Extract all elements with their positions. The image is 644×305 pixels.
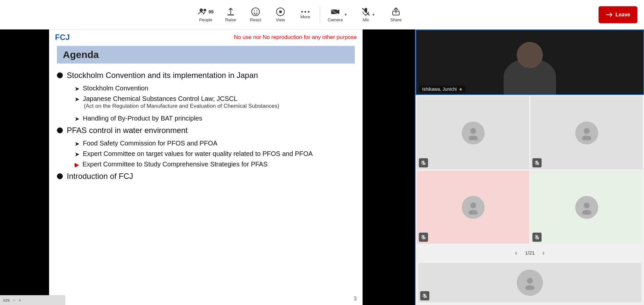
mute-badge-1 bbox=[419, 158, 428, 167]
mic-icon bbox=[361, 7, 370, 16]
svg-point-10 bbox=[308, 11, 309, 12]
active-speaker-video: Ishikawa, Junichi ★ bbox=[416, 29, 644, 95]
svg-point-26 bbox=[469, 210, 478, 215]
participant-cell-2 bbox=[530, 96, 643, 169]
sub-item-1-2: ➤ Japanese Chemical Substances Control L… bbox=[75, 95, 355, 112]
slide-notice: No use nor No reproduction for any other… bbox=[234, 34, 357, 41]
presenter-star-icon: ★ bbox=[459, 87, 463, 92]
sub-list-1: ➤ Stockholm Convention ➤ Japanese Chemic… bbox=[75, 85, 355, 123]
slide-left-margin bbox=[0, 29, 49, 305]
agenda-list: Stockholm Convention and its implementat… bbox=[57, 71, 355, 181]
bottom-participant-area bbox=[416, 260, 644, 305]
participant-avatar-4 bbox=[575, 196, 598, 219]
svg-rect-31 bbox=[536, 235, 538, 238]
participant-avatar-2 bbox=[575, 122, 598, 144]
svg-point-9 bbox=[304, 11, 306, 12]
more-button[interactable]: More bbox=[294, 3, 317, 27]
share-button[interactable]: Share bbox=[384, 3, 408, 27]
pagination-bar: ‹ 1/21 › bbox=[416, 245, 644, 260]
bullet-2-text: PFAS control in water environment bbox=[67, 126, 188, 135]
svg-point-17 bbox=[470, 128, 476, 134]
active-speaker-name: Ishikawa, Junichi ★ bbox=[420, 86, 465, 92]
sub-item-2-1: ➤ Food Safety Commission for PFOS and PF… bbox=[75, 140, 355, 147]
arrow-1-2: ➤ bbox=[75, 96, 80, 103]
participant-avatar-3 bbox=[462, 196, 485, 219]
participant-avatar-1 bbox=[462, 122, 485, 144]
svg-point-7 bbox=[279, 10, 282, 13]
agenda-item-1: Stockholm Convention and its implementat… bbox=[57, 71, 355, 80]
participant-grid bbox=[416, 95, 644, 245]
camera-icon bbox=[331, 7, 340, 16]
sub-text-1-1: Stockholm Convention bbox=[83, 85, 148, 92]
participant-cell-1 bbox=[417, 96, 529, 169]
view-icon bbox=[276, 7, 285, 16]
svg-point-22 bbox=[582, 136, 591, 140]
svg-point-1 bbox=[204, 9, 206, 11]
svg-rect-19 bbox=[422, 161, 424, 164]
participant-cell-4 bbox=[530, 171, 643, 244]
raise-icon bbox=[226, 7, 235, 16]
more-label: More bbox=[300, 14, 310, 19]
sub-item-1-1: ➤ Stockholm Convention bbox=[75, 85, 355, 92]
mic-button[interactable]: Mic ▾ bbox=[353, 3, 383, 27]
bullet-3-circle bbox=[57, 173, 63, 179]
slide-header: FCJ No use nor No reproduction for any o… bbox=[49, 29, 363, 44]
svg-point-18 bbox=[469, 136, 478, 140]
slide-content: FCJ No use nor No reproduction for any o… bbox=[49, 29, 363, 305]
agenda-bar: Agenda bbox=[57, 46, 355, 64]
toolbar-right: Leave bbox=[595, 6, 637, 23]
video-feed bbox=[416, 30, 643, 94]
sub-text-1-2b: (Act on the Regulation of Manufacture an… bbox=[84, 103, 279, 109]
toolbar-center-controls: 99 People Raise React View bbox=[194, 3, 408, 27]
agenda-item-3: Introduction of FCJ bbox=[57, 172, 355, 181]
taskbar-label: ichi bbox=[3, 298, 10, 303]
main-area: FCJ No use nor No reproduction for any o… bbox=[0, 29, 644, 305]
page-prev-button[interactable]: ‹ bbox=[512, 248, 520, 258]
sub-list-2: ➤ Food Safety Commission for PFOS and PF… bbox=[75, 140, 355, 168]
leave-label: Leave bbox=[616, 12, 630, 18]
participant-avatar-5 bbox=[517, 270, 543, 296]
more-icon bbox=[301, 10, 310, 13]
svg-point-29 bbox=[584, 202, 590, 208]
mic-dropdown-arrow: ▾ bbox=[372, 12, 375, 17]
mic-label: Mic bbox=[363, 17, 369, 22]
slide-right-margin bbox=[363, 29, 415, 305]
camera-button[interactable]: Camera ▾ bbox=[323, 3, 352, 27]
agenda-item-2: PFAS control in water environment bbox=[57, 126, 355, 135]
react-icon bbox=[251, 7, 260, 16]
people-button[interactable]: 99 People bbox=[194, 3, 218, 27]
raise-button[interactable]: Raise bbox=[219, 3, 242, 27]
arrow-2-3-red: ▶ bbox=[75, 161, 79, 168]
sub-text-2-2: Expert Committee on target values for wa… bbox=[83, 150, 313, 158]
share-icon bbox=[391, 7, 401, 16]
slide-body: Agenda Stockholm Convention and its impl… bbox=[49, 44, 363, 305]
svg-point-25 bbox=[470, 202, 476, 208]
leave-button[interactable]: Leave bbox=[599, 6, 637, 23]
agenda-title: Agenda bbox=[63, 49, 349, 60]
camera-label: Camera bbox=[328, 17, 343, 22]
sub-item-2-2: ➤ Expert Committee on target values for … bbox=[75, 150, 355, 158]
page-info: 1/21 bbox=[525, 250, 534, 256]
people-label: People bbox=[199, 17, 212, 22]
view-button[interactable]: View bbox=[269, 3, 292, 27]
svg-point-33 bbox=[527, 278, 533, 284]
bullet-1-text: Stockholm Convention and its implementat… bbox=[67, 71, 258, 80]
page-next-button[interactable]: › bbox=[540, 248, 547, 258]
svg-point-5 bbox=[256, 10, 257, 11]
taskbar-plus[interactable]: + bbox=[19, 298, 21, 303]
share-label: Share bbox=[390, 17, 402, 22]
taskbar-minus[interactable]: − bbox=[13, 298, 16, 303]
svg-point-21 bbox=[584, 128, 590, 134]
people-icon: 99 bbox=[198, 7, 214, 16]
fcj-logo: FCJ bbox=[55, 33, 70, 42]
react-button[interactable]: React bbox=[244, 3, 267, 27]
sub-text-2-1: Food Safety Commission for PFOS and PFOA bbox=[83, 140, 217, 147]
slide-page-number: 3 bbox=[354, 296, 357, 302]
svg-rect-2 bbox=[227, 14, 234, 15]
svg-point-3 bbox=[252, 8, 259, 16]
mute-badge-5 bbox=[420, 291, 429, 300]
toolbar: 99 People Raise React View bbox=[0, 0, 644, 29]
sub-text-2-3: Expert Committee to Study Comprehensive … bbox=[82, 161, 268, 168]
taskbar-hint: ichi − + bbox=[0, 295, 65, 305]
slide-container: FCJ No use nor No reproduction for any o… bbox=[0, 29, 415, 305]
